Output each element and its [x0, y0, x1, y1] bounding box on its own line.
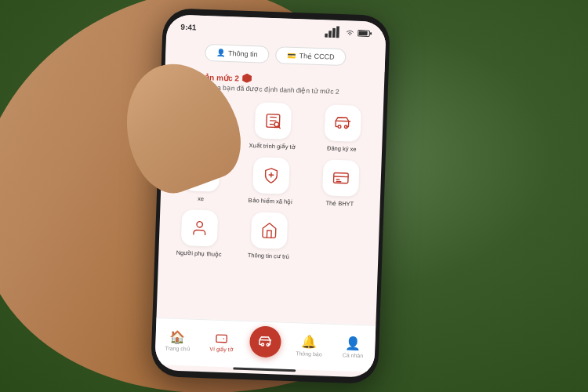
home-icon — [260, 222, 278, 240]
person-nav-icon: 👤 — [345, 336, 361, 351]
card-tab-icon: 💳 — [287, 52, 296, 60]
nav-center[interactable] — [243, 325, 289, 362]
grid-item-xuat-trinh[interactable]: Xuất trình giấy tờ — [240, 102, 307, 151]
nav-thong-bao[interactable]: 🔔 Thông báo — [287, 333, 332, 357]
person-icon — [191, 220, 209, 238]
the-bhyt-label: Thẻ BHYT — [325, 199, 354, 207]
shield-badge-icon — [242, 74, 252, 83]
bottom-nav: 🏠 Trang chủ Ví giấy tờ — [154, 318, 376, 372]
wifi-icon — [345, 29, 354, 35]
svg-point-25 — [267, 343, 269, 346]
car-icon — [334, 114, 352, 132]
xuat-trinh-icon-wrap — [255, 102, 292, 140]
nav-trang-chu[interactable]: 🏠 Trang chủ — [155, 328, 200, 353]
home-nav-icon: 🏠 — [169, 329, 186, 345]
xe-label: xe — [198, 195, 204, 202]
car-nav-icon — [258, 334, 273, 349]
nav-trang-chu-label: Trang chủ — [165, 345, 190, 352]
shield-plus-icon — [263, 167, 281, 185]
phone-device: 9:41 — [151, 8, 390, 384]
signal-icon — [325, 23, 343, 41]
grid-item-cu-tru[interactable]: Thông tin cư trú — [236, 212, 303, 261]
svg-rect-1 — [328, 31, 332, 38]
svg-line-19 — [333, 176, 347, 177]
xuat-trinh-label: Xuất trình giấy tờ — [249, 142, 295, 151]
tab-cccd-label: Thẻ CCCD — [299, 52, 334, 61]
nav-ca-nhan[interactable]: 👤 Cá nhân — [331, 335, 376, 358]
svg-point-24 — [261, 343, 263, 345]
dang-ky-xe-label: Đăng ký xe — [327, 144, 357, 152]
svg-rect-0 — [325, 34, 328, 38]
nguoi-phu-thuoc-icon-wrap — [181, 209, 219, 247]
nav-vi-giay-to[interactable]: Ví giấy tờ — [199, 331, 244, 353]
person-tab-icon: 👤 — [216, 49, 225, 56]
grid-item-nguoi-phu-thuoc[interactable]: Người phụ thuộc — [166, 209, 233, 258]
nav-thong-bao-label: Thông báo — [296, 350, 322, 357]
svg-point-22 — [197, 222, 203, 228]
svg-rect-23 — [216, 335, 227, 343]
doc-scan-icon — [264, 112, 282, 130]
nav-ca-nhan-label: Cá nhân — [343, 352, 364, 358]
dang-ky-xe-icon-wrap — [324, 104, 361, 142]
svg-rect-6 — [370, 32, 372, 34]
svg-point-12 — [338, 125, 341, 129]
wallet-nav-icon — [215, 332, 228, 345]
cu-tru-label: Thông tin cư trú — [248, 252, 289, 260]
bao-hiem-label: Bảo hiểm xã hội — [248, 197, 292, 205]
cu-tru-icon-wrap — [251, 212, 289, 249]
nav-center-button[interactable] — [249, 325, 281, 358]
nav-vi-giay-to-label: Ví giấy tờ — [209, 346, 233, 353]
bell-nav-icon: 🔔 — [301, 334, 318, 350]
nguoi-phu-thuoc-label: Người phụ thuộc — [176, 249, 222, 258]
bao-hiem-icon-wrap — [252, 157, 290, 194]
the-bhyt-icon-wrap — [322, 159, 360, 197]
grid-item-the-bhyt[interactable]: Thẻ BHYT — [307, 159, 374, 209]
tab-thong-tin-label: Thông tin — [228, 49, 258, 58]
svg-rect-2 — [332, 28, 336, 38]
status-icons — [325, 23, 372, 42]
grid-item-dang-ky-xe[interactable]: Đăng ký xe — [309, 104, 376, 154]
battery-icon — [358, 29, 372, 37]
svg-rect-3 — [336, 26, 339, 38]
grid-item-bao-hiem[interactable]: Bảo hiểm xã hội — [238, 157, 304, 206]
svg-rect-5 — [358, 31, 367, 35]
tab-thong-tin[interactable]: 👤 Thông tin — [205, 44, 270, 64]
scene: 9:41 — [0, 0, 588, 392]
status-time: 9:41 — [180, 22, 196, 31]
id-card-icon — [332, 169, 350, 187]
tab-cccd[interactable]: 💳 Thẻ CCCD — [275, 46, 347, 66]
